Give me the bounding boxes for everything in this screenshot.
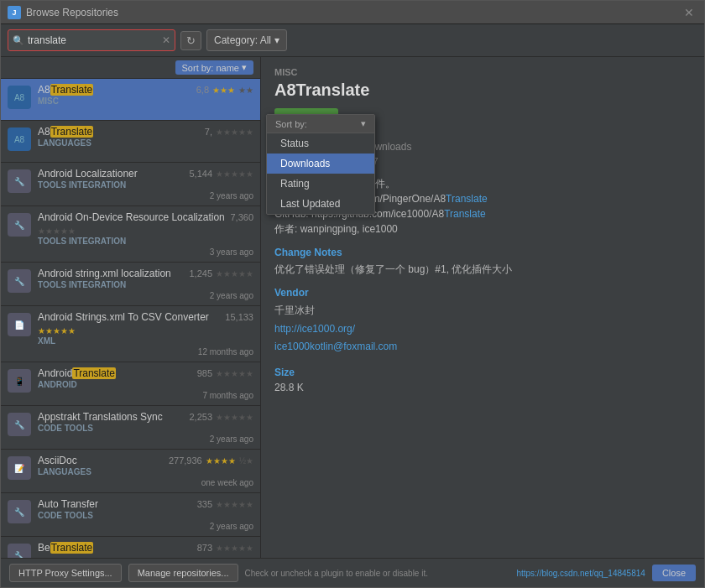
plugin-category: LANGUAGES [38, 138, 253, 148]
plugin-info: Android string.xml localization 1,245 ★★… [38, 268, 253, 300]
plugin-stars-empty: ★★★★★ [216, 500, 253, 509]
sort-option-last-updated[interactable]: Last Updated [267, 194, 374, 214]
plugin-downloads: 7, [205, 127, 212, 137]
sort-option-status[interactable]: Status [267, 133, 374, 154]
plugin-item[interactable]: 🔧 BeTranslate 873 ★★★★★ [1, 537, 260, 558]
search-box[interactable]: 🔍 ✕ [8, 29, 175, 51]
plugin-name: Android On-Device Resource Localization [38, 211, 225, 223]
sort-arrow-icon: ▾ [242, 62, 247, 73]
description-link-1[interactable]: Translate [446, 193, 488, 205]
toolbar: 🔍 ✕ ↻ Category: All ▾ [1, 24, 704, 57]
window-title: Browse Repositories [26, 7, 681, 18]
plugin-item[interactable]: 📝 AsciiDoc 277,936 ★★★★½★ LANGUAGES one … [1, 450, 260, 493]
plugin-name-row: BeTranslate 873 ★★★★★ [38, 542, 253, 554]
plugin-item[interactable]: 🔧 Android Localizationer 5,144 ★★★★★ TOO… [1, 163, 260, 206]
plugin-info: Android Localizationer 5,144 ★★★★★ TOOLS… [38, 168, 253, 200]
plugin-item[interactable]: 🔧 Auto Transfer 335 ★★★★★ CODE TOOLS 2 y… [1, 493, 260, 537]
plugin-meta-row: 2 years ago [38, 291, 253, 300]
plugin-info: A8Translate 6,8 ★★★★★ MISC [38, 84, 253, 106]
plugin-item[interactable]: 🔧 Android string.xml localization 1,245 … [1, 263, 260, 306]
plugin-name: A8Translate [38, 126, 93, 138]
plugin-stars: ★★★★ [206, 456, 236, 466]
plugin-category: CODE TOOLS [38, 511, 253, 520]
close-button[interactable]: Close [652, 565, 696, 581]
plugin-name: AsciiDoc [38, 455, 77, 466]
plugin-icon: 📝 [8, 456, 31, 480]
plugin-stars-empty: ★★★★★ [216, 169, 253, 179]
plugin-stars-empty: ★★★★★ [216, 413, 253, 422]
vendor-title: Vendor [274, 287, 691, 299]
plugin-name-row: A8Translate 6,8 ★★★★★ [38, 84, 253, 96]
search-icon: 🔍 [13, 35, 24, 46]
plugin-stars: ★★★★★ [38, 326, 76, 336]
plugin-name: BeTranslate [38, 542, 93, 554]
footer: HTTP Proxy Settings... Manage repositori… [1, 558, 704, 587]
plugin-icon: 📄 [8, 313, 31, 336]
plugin-category: TOOLS INTEGRATION [38, 280, 253, 289]
plugin-icon: 🔧 [8, 413, 31, 436]
plugin-category: TOOLS INTEGRATION [38, 180, 253, 190]
plugin-name: Android string.xml localization [38, 268, 171, 279]
plugin-name-row: Android On-Device Resource Localization … [38, 211, 253, 236]
plugin-stars-empty: ★★★★★ [216, 369, 253, 378]
browse-repositories-window: J Browse Repositories ✕ 🔍 ✕ ↻ Category: … [0, 0, 705, 588]
plugin-item[interactable]: 📱 AndroidTranslate 985 ★★★★★ ANDROID 7 m… [1, 362, 260, 406]
sort-button[interactable]: Sort by: name ▾ [175, 60, 253, 75]
plugin-icon: 🔧 [8, 500, 31, 523]
plugin-item[interactable]: A8 A8Translate 6,8 ★★★★★ MISC [1, 79, 260, 121]
detail-category: MISC [274, 67, 691, 77]
vendor-email-link[interactable]: ice1000kotlin@foxmail.com [274, 341, 397, 352]
plugin-icon: A8 [8, 86, 31, 109]
plugin-stars-empty: ★★★★★ [216, 544, 253, 553]
plugin-downloads: 7,360 [230, 212, 253, 222]
plugin-downloads: 2,253 [189, 412, 212, 422]
search-input[interactable] [28, 34, 159, 46]
plugin-meta-row: 2 years ago [38, 522, 253, 531]
plugin-icon: 🔧 [8, 169, 31, 193]
plugin-item[interactable]: 🔧 Android On-Device Resource Localizatio… [1, 206, 260, 263]
title-bar: J Browse Repositories ✕ [1, 1, 704, 24]
description-link-2[interactable]: Translate [444, 208, 486, 220]
category-dropdown[interactable]: Category: All ▾ [206, 29, 287, 51]
plugin-category: TOOLS INTEGRATION [38, 237, 253, 246]
plugin-name-row: Auto Transfer 335 ★★★★★ [38, 498, 253, 510]
plugin-icon: A8 [8, 127, 31, 151]
refresh-button[interactable]: ↻ [180, 31, 201, 50]
http-proxy-button[interactable]: HTTP Proxy Settings... [9, 564, 122, 582]
plugin-name: Android Localizationer [38, 168, 138, 180]
detail-title: A8Translate [274, 81, 691, 100]
plugin-date: one week ago [201, 478, 253, 487]
plugin-info: BeTranslate 873 ★★★★★ [38, 542, 253, 554]
plugin-name: Appstrakt Translations Sync [38, 411, 163, 423]
plugin-meta-row: 2 years ago [38, 191, 253, 200]
sort-label: Sort by: name [182, 63, 239, 73]
plugin-downloads: 6,8 [196, 85, 209, 95]
plugin-name-row: Android Localizationer 5,144 ★★★★★ [38, 168, 253, 180]
plugin-meta-row: 3 years ago [38, 247, 253, 257]
plugin-list-panel: Sort by: name ▾ A8 A8Translate 6,8 ★★★★★… [1, 57, 261, 558]
description-line4: 作者: wanpingping, ice1000 [274, 223, 398, 235]
plugin-downloads: 277,936 [169, 455, 202, 466]
search-clear-icon[interactable]: ✕ [162, 34, 170, 46]
plugin-name-row: AndroidTranslate 985 ★★★★★ [38, 367, 253, 379]
sort-option-downloads[interactable]: Downloads [267, 154, 374, 174]
plugin-item[interactable]: 🔧 Appstrakt Translations Sync 2,253 ★★★★… [1, 406, 260, 450]
plugin-item[interactable]: A8 A8Translate 7, ★★★★★ LANGUAGES [1, 121, 260, 163]
vendor-url-link[interactable]: http://ice1000.org/ [274, 323, 355, 335]
plugin-name-row: Android string.xml localization 1,245 ★★… [38, 268, 253, 279]
footer-url: https://blog.csdn.net/qq_14845814 [516, 569, 645, 578]
plugin-date: 2 years ago [210, 522, 253, 531]
plugin-name-row: AsciiDoc 277,936 ★★★★½★ [38, 455, 253, 466]
window-close-button[interactable]: ✕ [681, 4, 697, 21]
sort-option-rating[interactable]: Rating [267, 174, 374, 194]
plugin-category: CODE TOOLS [38, 424, 253, 433]
size-value: 28.8 K [274, 382, 691, 393]
plugin-date: 2 years ago [210, 434, 253, 444]
footer-status: Check or uncheck a plugin to enable or d… [245, 569, 510, 578]
change-notes-title: Change Notes [274, 247, 691, 258]
manage-repositories-button[interactable]: Manage repositories... [128, 564, 238, 582]
plugin-item[interactable]: 📄 Android Strings.xml To CSV Converter 1… [1, 306, 260, 362]
main-content: Sort by: name ▾ A8 A8Translate 6,8 ★★★★★… [1, 57, 704, 558]
plugin-category: LANGUAGES [38, 467, 253, 476]
plugin-date: 7 months ago [202, 391, 253, 400]
